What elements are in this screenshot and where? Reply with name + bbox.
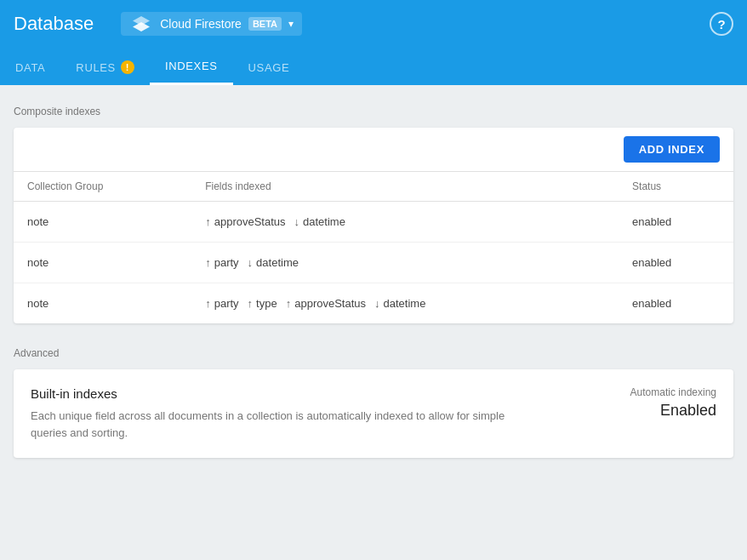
composite-section-label: Composite indexes: [14, 106, 733, 117]
arrow-up-icon: ↑: [205, 297, 211, 310]
indexes-table: Collection Group Fields indexed Status n…: [14, 172, 733, 323]
tab-indexes[interactable]: INDEXES: [150, 48, 233, 85]
cell-fields: ↑party↑type↑approveStatus↓datetime: [191, 283, 619, 324]
advanced-card: Built-in indexes Each unique field acros…: [14, 369, 733, 458]
arrow-down-icon: ↓: [374, 297, 380, 310]
field-name: approveStatus: [294, 297, 366, 310]
cell-status: enabled: [619, 243, 733, 283]
cell-fields: ↑party↓datetime: [191, 243, 619, 283]
page-content: Composite indexes ADD INDEX Collection G…: [0, 85, 747, 502]
builtin-title: Built-in indexes: [31, 386, 524, 401]
service-selector[interactable]: Cloud Firestore BETA ▾: [121, 12, 302, 36]
col-collection-group: Collection Group: [14, 172, 191, 202]
field-name: datetime: [303, 215, 345, 228]
field-entry: ↑type: [248, 297, 277, 310]
cell-collection: note: [14, 202, 191, 243]
app-title: Database: [14, 13, 94, 35]
field-name: party: [214, 297, 239, 310]
app-header: Database Cloud Firestore BETA ▾ ?: [0, 0, 747, 48]
field-name: approveStatus: [214, 215, 286, 228]
arrow-up-icon: ↑: [286, 297, 292, 310]
table-row: note↑party↓datetimeenabled: [14, 243, 733, 283]
field-name: datetime: [384, 297, 426, 310]
rules-warning-icon: !: [121, 60, 134, 74]
tab-usage[interactable]: USAGE: [233, 48, 305, 85]
tab-data[interactable]: DATA: [0, 48, 60, 85]
arrow-down-icon: ↓: [248, 256, 254, 269]
advanced-section-label: Advanced: [14, 347, 733, 359]
col-status: Status: [619, 172, 733, 202]
field-entry: ↑approveStatus: [205, 215, 285, 228]
builtin-desc: Each unique field across all documents i…: [31, 408, 524, 441]
field-entry: ↓datetime: [294, 215, 345, 228]
help-button[interactable]: ?: [710, 12, 733, 36]
nav-tabs: DATA RULES ! INDEXES USAGE: [0, 48, 747, 85]
cell-collection: note: [14, 243, 191, 283]
card-toolbar: ADD INDEX: [14, 128, 733, 172]
add-index-button[interactable]: ADD INDEX: [624, 136, 720, 163]
tab-rules[interactable]: RULES !: [60, 48, 150, 85]
field-name: party: [214, 256, 239, 269]
field-entry: ↑party: [205, 297, 238, 310]
cell-status: enabled: [619, 202, 733, 243]
composite-indexes-card: ADD INDEX Collection Group Fields indexe…: [14, 128, 733, 323]
firestore-icon: [129, 15, 153, 32]
builtin-info: Built-in indexes Each unique field acros…: [31, 386, 524, 441]
service-name: Cloud Firestore: [160, 17, 242, 31]
table-row: note↑party↑type↑approveStatus↓datetimeen…: [14, 283, 733, 324]
table-row: note↑approveStatus↓datetimeenabled: [14, 202, 733, 243]
cell-status: enabled: [619, 283, 733, 324]
table-header-row: Collection Group Fields indexed Status: [14, 172, 733, 202]
auto-index-value: Enabled: [597, 402, 716, 420]
beta-badge: BETA: [248, 17, 282, 31]
dropdown-icon: ▾: [288, 18, 294, 30]
field-entry: ↓datetime: [248, 256, 299, 269]
field-entry: ↓datetime: [374, 297, 425, 310]
cell-fields: ↑approveStatus↓datetime: [191, 202, 619, 243]
arrow-up-icon: ↑: [248, 297, 254, 310]
arrow-down-icon: ↓: [294, 215, 300, 228]
arrow-up-icon: ↑: [205, 256, 211, 269]
arrow-up-icon: ↑: [205, 215, 211, 228]
field-name: datetime: [256, 256, 299, 269]
cell-collection: note: [14, 283, 191, 324]
field-name: type: [256, 297, 277, 310]
col-fields-indexed: Fields indexed: [191, 172, 619, 202]
field-entry: ↑approveStatus: [286, 297, 366, 310]
auto-index-info: Automatic indexing Enabled: [597, 386, 716, 420]
field-entry: ↑party: [205, 256, 238, 269]
auto-index-label: Automatic indexing: [597, 386, 716, 398]
